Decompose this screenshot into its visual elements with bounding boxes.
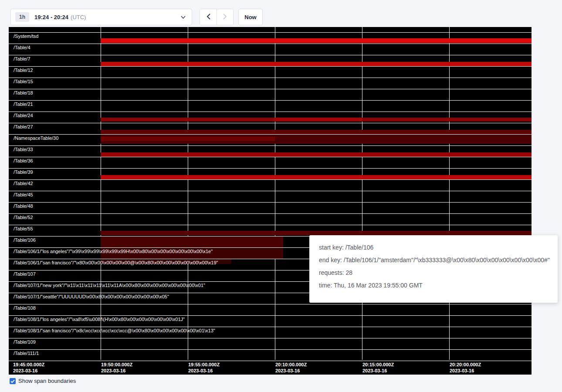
- key-span-label: /Table/21: [14, 101, 33, 107]
- key-span-label: /Table/4: [14, 45, 30, 50]
- key-span-row[interactable]: /Table/108: [9, 304, 532, 315]
- tooltip-requests: requests: 28: [319, 269, 548, 276]
- chevron-right-icon: [223, 14, 227, 21]
- key-span-label: /Table/45: [14, 192, 33, 197]
- key-span-label: /Table/27: [14, 124, 33, 129]
- show-span-boundaries-control: Show span boundaries: [10, 378, 76, 384]
- tooltip-time: time: Thu, 16 Mar 2023 19:55:00 GMT: [319, 282, 548, 289]
- key-span-label: /Table/39: [14, 169, 33, 175]
- key-span-label: /Table/24: [14, 113, 33, 118]
- key-span-row[interactable]: /Table/108/1/"los angeles"/"\xa8\xf5\u00…: [9, 315, 532, 327]
- key-span-label: /Table/106/1/"san francisco"/"\x80\x00\x…: [14, 260, 218, 265]
- key-span-label: /Table/33: [14, 147, 33, 152]
- key-span-row[interactable]: /Table/108/1/"san francisco"/"\x8c\xcc\x…: [9, 327, 532, 338]
- key-span-row[interactable]: /Table/33: [9, 145, 532, 157]
- key-span-label: /Table/55: [14, 226, 33, 231]
- key-span-row[interactable]: /Table/7: [9, 55, 532, 66]
- key-span-label: /Table/15: [14, 79, 33, 84]
- key-span-row[interactable]: /Table/55: [9, 225, 532, 236]
- show-span-boundaries-label: Show span boundaries: [18, 378, 76, 384]
- now-button[interactable]: Now: [238, 9, 263, 25]
- time-axis-label: 20:20:00.000Z2023-03-16: [450, 362, 481, 374]
- time-axis-label: 19:45:00.000Z2023-03-16: [13, 362, 44, 374]
- prev-range-button[interactable]: [200, 9, 217, 25]
- check-icon: [10, 377, 15, 385]
- toolbar: 1h 19:24 - 20:24 (UTC) Now: [10, 9, 263, 25]
- time-axis-label: 19:55:00.000Z2023-03-16: [188, 362, 220, 374]
- key-span-row[interactable]: /Table/27: [9, 123, 532, 134]
- time-axis-label: 20:10:00.000Z2023-03-16: [275, 362, 307, 374]
- time-nav-group: [200, 9, 234, 25]
- axis-top-line: [9, 361, 532, 361]
- key-span-label: /Table/12: [14, 68, 33, 73]
- key-span-label: /Table/111/1: [14, 351, 39, 356]
- key-span-label: /Table/108/1/"los angeles"/"\xa8\xf5\u00…: [14, 317, 185, 322]
- tooltip-end-key: end key: /Table/106/1/"amsterdam"/"\xb33…: [319, 257, 548, 264]
- time-range-selector[interactable]: 1h 19:24 - 20:24 (UTC): [10, 9, 192, 25]
- key-span-row[interactable]: /Table/111/1: [9, 349, 532, 361]
- key-span-label: /Table/109: [14, 339, 36, 345]
- key-span-label: /Table/36: [14, 158, 33, 163]
- key-span-row[interactable]: /Table/45: [9, 191, 532, 202]
- key-span-label: /Table/108/1/"san francisco"/"\x8c\xcc\x…: [14, 328, 215, 333]
- key-span-label: /Table/107: [14, 271, 36, 277]
- key-span-label: /Table/18: [14, 90, 33, 95]
- chevron-down-icon: [181, 16, 186, 19]
- key-span-row[interactable]: /Table/15: [9, 78, 532, 89]
- key-span-label: /Table/7: [14, 56, 30, 61]
- tooltip-start-key: start key: /Table/106: [319, 244, 548, 251]
- key-span-row[interactable]: /Table/42: [9, 179, 532, 191]
- key-span-label: /Table/107/1/"new york"/"\x11\x11\x11\x1…: [14, 283, 205, 288]
- key-span-label: /Table/108: [14, 305, 36, 311]
- key-span-row[interactable]: /Table/39: [9, 168, 532, 179]
- key-span-row[interactable]: /Table/36: [9, 157, 532, 168]
- key-span-row[interactable]: /Table/21: [9, 100, 532, 112]
- time-axis-label: 19:50:00.000Z2023-03-16: [101, 362, 132, 374]
- key-span-row[interactable]: /Table/48: [9, 202, 532, 213]
- key-span-row[interactable]: /Table/18: [9, 89, 532, 100]
- key-span-label: /Table/42: [14, 181, 33, 186]
- time-range-label: 19:24 - 20:24: [34, 14, 68, 20]
- key-span-label: /Table/106/1/"los angeles"/"\x99\x99\x99…: [14, 249, 213, 254]
- time-axis-label: 20:15:00.000Z2023-03-16: [362, 362, 394, 374]
- next-range-button[interactable]: [217, 9, 233, 25]
- key-span-label: /NamespaceTable/30: [14, 135, 58, 141]
- key-span-label: /Table/107/1/"seattle"/"UUUUUUD\x00\x80\…: [14, 294, 169, 299]
- key-span-label: /System/tsd: [14, 34, 38, 39]
- chevron-left-icon: [207, 14, 210, 21]
- key-span-row[interactable]: /Table/52: [9, 213, 532, 225]
- show-span-boundaries-checkbox[interactable]: [10, 378, 16, 384]
- key-span-label: /Table/106: [14, 237, 36, 243]
- key-span-row[interactable]: /System/tsd: [9, 32, 532, 44]
- key-span-label: /Table/48: [14, 203, 33, 209]
- duration-chip: 1h: [15, 12, 29, 22]
- key-span-row[interactable]: /Table/24: [9, 112, 532, 123]
- key-span-row[interactable]: /Table/109: [9, 338, 532, 349]
- key-span-row[interactable]: /Table/12: [9, 66, 532, 78]
- timezone-label: (UTC): [71, 14, 86, 20]
- hover-tooltip: start key: /Table/106 end key: /Table/10…: [309, 235, 558, 303]
- key-span-row[interactable]: /Table/4: [9, 44, 532, 55]
- key-span-row[interactable]: /NamespaceTable/30: [9, 134, 532, 145]
- key-span-label: /Table/52: [14, 215, 33, 220]
- key-visualizer-canvas[interactable]: /System/tsd/Table/4/Table/7/Table/12/Tab…: [9, 27, 532, 375]
